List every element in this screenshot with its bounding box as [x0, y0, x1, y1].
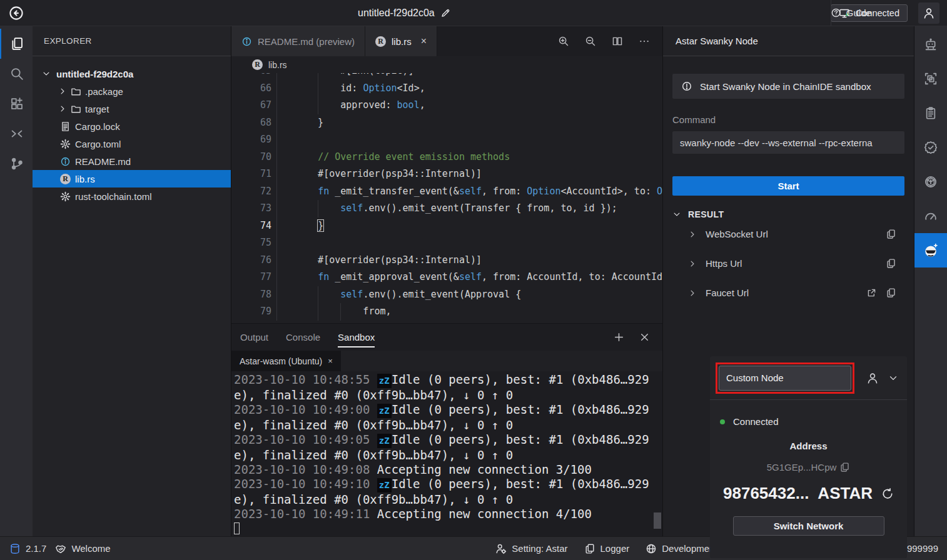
- address-value: 5G1GEp...HCpw: [710, 462, 907, 472]
- guide-link[interactable]: Guide: [831, 0, 831, 26]
- result-row-https-url[interactable]: Https Url: [672, 249, 904, 278]
- start-button[interactable]: Start: [672, 176, 904, 196]
- zoom-in-icon[interactable]: [558, 36, 569, 47]
- explorer-header: EXPLORER: [33, 26, 231, 56]
- close-session-icon[interactable]: ×: [328, 356, 333, 366]
- status-item-label: Setting: Astar: [512, 543, 567, 554]
- clipboard-icon: [924, 106, 938, 120]
- line-number: 68: [231, 114, 271, 132]
- code-token: , from: AccountId, to: AccountId,: [482, 271, 662, 282]
- tree-item-cargo-toml[interactable]: Cargo.toml: [33, 135, 231, 152]
- activity-item-clipboard[interactable]: [914, 96, 947, 130]
- handshake-icon: [55, 543, 66, 554]
- command-input[interactable]: swanky-node --dev --ws-external --rpc-ex…: [672, 131, 904, 154]
- code-line: 77 fn _emit_approval_event(&self, from: …: [231, 269, 662, 286]
- activity-item-badge-check[interactable]: [914, 130, 947, 164]
- tree-item-cargo-lock[interactable]: Cargo.lock: [33, 118, 231, 135]
- chevron-right-icon: [58, 87, 67, 96]
- text-cursor: }: [318, 220, 323, 231]
- gear-icon: [60, 139, 71, 149]
- code-token: fn: [318, 271, 329, 282]
- code-token: self: [459, 271, 482, 282]
- file-tree: untitled-f29d2c0a.packagetargetCargo.loc…: [33, 56, 231, 205]
- status-item-2-1-7[interactable]: 2.1.7: [9, 543, 46, 554]
- tree-item-rust-toolchain-toml[interactable]: rust-toolchain.toml: [33, 188, 231, 205]
- node-select[interactable]: Custom Node: [719, 366, 851, 391]
- code-text: #[overrider(psp34::Internal)]: [276, 166, 662, 183]
- tree-item-lib-rs[interactable]: Rlib.rs: [33, 170, 231, 188]
- session-tab[interactable]: Astar-wasm (Ubuntu) ×: [231, 351, 341, 371]
- rust-icon: R: [375, 36, 386, 47]
- panel-tab-sandbox[interactable]: Sandbox: [338, 324, 375, 351]
- tree-root[interactable]: untitled-f29d2c0a: [33, 65, 231, 82]
- activity-item-files[interactable]: [0, 29, 33, 59]
- editor-tab-lib-rs[interactable]: Rlib.rs×: [365, 26, 437, 56]
- zoom-out-icon[interactable]: [585, 36, 596, 47]
- tree-item--package[interactable]: .package: [33, 82, 231, 100]
- pencil-icon[interactable]: [440, 8, 450, 18]
- terminal-line: 2023-10-10 10:49:05 zZIdle (0 peers), be…: [234, 432, 657, 462]
- panel-tab-output[interactable]: Output: [240, 324, 268, 351]
- panel-tab-console[interactable]: Console: [286, 324, 320, 351]
- project-title: untitled-f29d2c0a: [358, 0, 450, 26]
- activity-item-scan[interactable]: [914, 61, 947, 96]
- close-icon[interactable]: ×: [421, 36, 427, 47]
- tree-item-target[interactable]: target: [33, 100, 231, 118]
- new-terminal-icon[interactable]: [614, 332, 624, 342]
- code-line: 74 }: [231, 218, 662, 235]
- more-actions-icon[interactable]: [639, 36, 650, 47]
- chevron-down-icon[interactable]: [888, 373, 898, 383]
- project-title-text: untitled-f29d2c0a: [358, 8, 435, 19]
- breadcrumb[interactable]: R lib.rs: [231, 56, 662, 73]
- scrollbar-thumb[interactable]: [654, 512, 661, 529]
- close-panel-icon[interactable]: [639, 332, 650, 342]
- result-row-faucet-url[interactable]: Faucet Url: [672, 278, 904, 308]
- chevron-right-icon: [688, 289, 697, 298]
- account-icon[interactable]: [866, 372, 879, 384]
- code-token: Option: [363, 82, 397, 94]
- activity-item-grid-plus[interactable]: [0, 89, 33, 119]
- collapse-icon: [10, 127, 24, 141]
- code-text: self.env().emit_event(Approval {: [276, 286, 662, 304]
- result-row-websocket-url[interactable]: WebSocket Url: [672, 219, 904, 249]
- line-number: 65: [231, 73, 271, 80]
- activity-item-git-branch[interactable]: [0, 149, 33, 179]
- refresh-icon[interactable]: [881, 488, 894, 500]
- activity-item-collapse[interactable]: [0, 119, 33, 149]
- result-section-header[interactable]: RESULT: [672, 209, 904, 219]
- external-icon[interactable]: [866, 288, 877, 298]
- activity-item-swanky[interactable]: [914, 233, 947, 268]
- code-token: #[ink(topic)]: [295, 73, 414, 76]
- indent-guide: [340, 303, 341, 321]
- copy-icon[interactable]: [839, 462, 850, 472]
- indent-guide: [318, 80, 318, 98]
- code-token: .env().emit_event(Approval {: [363, 289, 521, 300]
- activity-item-gauge[interactable]: [914, 199, 947, 233]
- avatar[interactable]: [918, 2, 939, 24]
- status-item-setting-astar[interactable]: Setting: Astar: [495, 543, 567, 554]
- status-item-logger[interactable]: Logger: [584, 543, 630, 554]
- back-arrow-icon: [9, 6, 24, 21]
- session-tabbar: Astar-wasm (Ubuntu) ×: [231, 351, 662, 371]
- code-token: ,: [420, 99, 425, 111]
- code-token: #[overrider(psp34::Internal)]: [295, 254, 482, 266]
- copy-icon[interactable]: [886, 229, 896, 239]
- terminal-output[interactable]: 2023-10-10 10:48:55 zZIdle (0 peers), be…: [231, 371, 662, 536]
- code-editor[interactable]: 65 #[ink(topic)]66 id: Option<Id>,67 app…: [231, 73, 662, 323]
- statusbar-left: 2.1.7Welcome: [0, 543, 111, 554]
- swanky-node-panel: Astar Swanky Node Start Swanky Node in C…: [663, 26, 914, 536]
- back-button[interactable]: [6, 3, 26, 23]
- copy-icon[interactable]: [886, 258, 896, 269]
- editor-tab-readme-md-preview-[interactable]: README.md (preview): [231, 26, 365, 56]
- chevron-down-icon: [42, 69, 51, 78]
- activity-item-robot[interactable]: [914, 27, 947, 61]
- switch-network-button[interactable]: Switch Network: [733, 516, 884, 536]
- activity-item-openai[interactable]: [914, 164, 947, 199]
- tree-item-readme-md[interactable]: README.md: [33, 152, 231, 170]
- split-editor-icon[interactable]: [612, 36, 623, 47]
- status-item-development[interactable]: Development: [646, 543, 717, 554]
- status-item-welcome[interactable]: Welcome: [55, 543, 110, 554]
- copy-icon[interactable]: [886, 288, 896, 298]
- activity-item-search[interactable]: [0, 59, 33, 89]
- code-text: }: [276, 114, 662, 132]
